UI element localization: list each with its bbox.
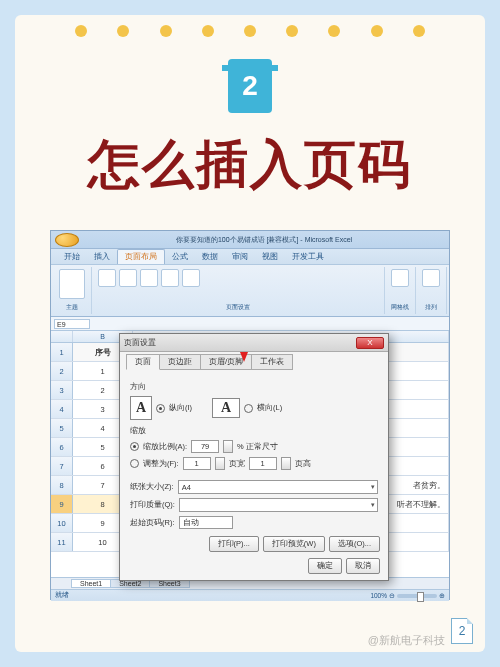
dialog-tab-page[interactable]: 页面 xyxy=(126,354,160,370)
paper-size-dropdown[interactable]: A4 xyxy=(178,480,378,494)
tab-page-layout[interactable]: 页面布局 xyxy=(117,249,165,264)
portrait-radio[interactable] xyxy=(156,404,165,413)
ribbon-group-arrange: 排列 xyxy=(416,267,447,314)
name-box[interactable]: E9 xyxy=(54,319,90,329)
fit-to-label: 调整为(F): xyxy=(143,459,179,469)
dialog-confirm-buttons: 确定 取消 xyxy=(308,558,380,574)
page-setup-dialog: 页面设置 X 页面 页边距 页眉/页脚 工作表 方向 A 纵向(I) A xyxy=(119,333,389,581)
ribbon-group-gridlines: 网格线 xyxy=(385,267,416,314)
fit-wide-input[interactable]: 1 xyxy=(183,457,211,470)
print-button[interactable]: 打印(P)... xyxy=(209,536,259,552)
tutorial-arrow-icon xyxy=(240,352,248,362)
formula-bar: E9 xyxy=(51,317,449,331)
landscape-radio[interactable] xyxy=(244,404,253,413)
breaks-icon[interactable] xyxy=(182,269,200,287)
print-area-icon[interactable] xyxy=(161,269,179,287)
adjust-to-radio[interactable] xyxy=(130,442,139,451)
adjust-to-label: 缩放比例(A): xyxy=(143,442,187,452)
tab-data[interactable]: 数据 xyxy=(195,250,225,264)
status-bar: 就绪 100% ⊖⊕ xyxy=(51,589,449,601)
portrait-label: 纵向(I) xyxy=(169,403,192,413)
zoom-controls[interactable]: 100% ⊖⊕ xyxy=(370,592,445,600)
ribbon-group-page-setup: 页面设置 xyxy=(92,267,385,314)
normal-size-label: % 正常尺寸 xyxy=(237,442,278,452)
themes-icon[interactable] xyxy=(59,269,85,299)
tab-review[interactable]: 审阅 xyxy=(225,250,255,264)
landscape-label: 横向(L) xyxy=(257,403,282,413)
dialog-title: 页面设置 xyxy=(124,337,356,348)
first-page-label: 起始页码(R): xyxy=(130,518,175,528)
ribbon-group-themes: 主题 xyxy=(53,267,92,314)
office-button[interactable] xyxy=(55,233,79,247)
page-title: 怎么插入页码 xyxy=(15,130,485,200)
close-button[interactable]: X xyxy=(356,337,384,349)
tab-insert[interactable]: 插入 xyxy=(87,250,117,264)
arrange-icon[interactable] xyxy=(422,269,440,287)
ribbon-tabs: 开始 插入 页面布局 公式 数据 审阅 视图 开发工具 xyxy=(51,249,449,265)
sheet-tab-1[interactable]: Sheet1 xyxy=(71,579,111,588)
gridlines-icon[interactable] xyxy=(391,269,409,287)
fit-wide-spinner[interactable] xyxy=(215,457,225,470)
orientation-icon[interactable] xyxy=(119,269,137,287)
fit-to-radio[interactable] xyxy=(130,459,139,468)
scaling-label: 缩放 xyxy=(130,426,378,436)
zoom-value: 100% xyxy=(370,592,387,599)
watermark: @新航电子科技 xyxy=(368,633,445,648)
fit-tall-input[interactable]: 1 xyxy=(249,457,277,470)
dialog-body: 方向 A 纵向(I) A 横向(L) 缩放 缩放比例(A): 79 % 正常尺寸 xyxy=(120,370,388,539)
dialog-tab-sheet[interactable]: 工作表 xyxy=(251,354,293,370)
tab-home[interactable]: 开始 xyxy=(57,250,87,264)
dialog-action-buttons: 打印(P)... 打印预览(W) 选项(O)... xyxy=(209,536,380,552)
paper-size-label: 纸张大小(Z): xyxy=(130,482,174,492)
step-number: 2 xyxy=(242,70,258,102)
options-button[interactable]: 选项(O)... xyxy=(329,536,380,552)
dialog-tab-margins[interactable]: 页边距 xyxy=(159,354,201,370)
status-ready: 就绪 xyxy=(55,591,69,600)
fit-tall-spinner[interactable] xyxy=(281,457,291,470)
orientation-label: 方向 xyxy=(130,382,378,392)
adjust-value-input[interactable]: 79 xyxy=(191,440,219,453)
tab-formulas[interactable]: 公式 xyxy=(165,250,195,264)
window-title: 你要要知道的100个易错成语 [兼容模式] - Microsoft Excel xyxy=(83,235,445,245)
ok-button[interactable]: 确定 xyxy=(308,558,342,574)
size-icon[interactable] xyxy=(140,269,158,287)
adjust-spinner[interactable] xyxy=(223,440,233,453)
excel-window: 你要要知道的100个易错成语 [兼容模式] - Microsoft Excel … xyxy=(50,230,450,600)
decorative-dots xyxy=(15,25,485,37)
dialog-tabs: 页面 页边距 页眉/页脚 工作表 xyxy=(120,352,388,370)
tab-view[interactable]: 视图 xyxy=(255,250,285,264)
page-indicator: 2 xyxy=(451,618,473,644)
tab-developer[interactable]: 开发工具 xyxy=(285,250,331,264)
first-page-input[interactable]: 自动 xyxy=(179,516,233,529)
print-quality-dropdown[interactable] xyxy=(179,498,378,512)
step-badge: 2 xyxy=(228,59,272,113)
tutorial-card: 2 怎么插入页码 你要要知道的100个易错成语 [兼容模式] - Microso… xyxy=(15,15,485,652)
portrait-icon: A xyxy=(130,396,152,420)
margins-icon[interactable] xyxy=(98,269,116,287)
dialog-titlebar[interactable]: 页面设置 X xyxy=(120,334,388,352)
landscape-icon: A xyxy=(212,398,240,418)
window-titlebar: 你要要知道的100个易错成语 [兼容模式] - Microsoft Excel xyxy=(51,231,449,249)
ribbon-body: 主题 页面设置 网格线 排列 xyxy=(51,265,449,317)
zoom-slider[interactable] xyxy=(397,594,437,598)
print-quality-label: 打印质量(Q): xyxy=(130,500,175,510)
cancel-button[interactable]: 取消 xyxy=(346,558,380,574)
print-preview-button[interactable]: 打印预览(W) xyxy=(263,536,325,552)
